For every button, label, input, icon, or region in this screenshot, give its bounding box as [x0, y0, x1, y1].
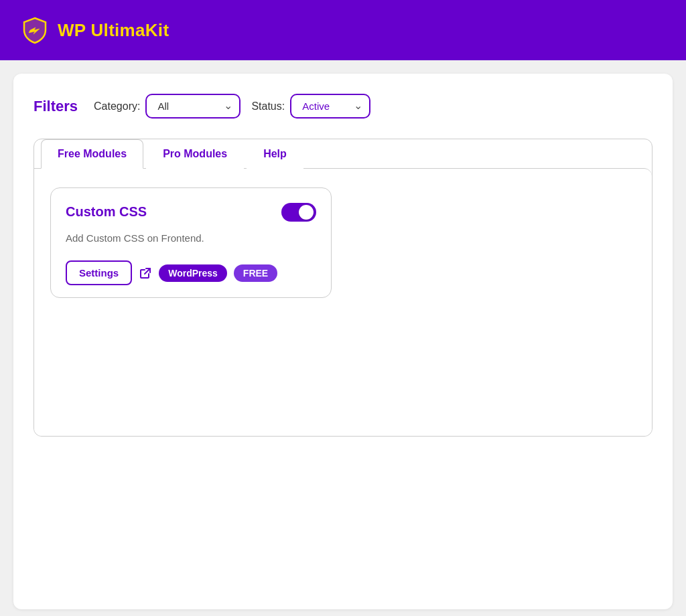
module-footer: Settings WordPress FREE — [66, 260, 316, 285]
tabs-header: Free Modules Pro Modules Help — [34, 139, 652, 169]
app-logo-icon — [20, 15, 50, 45]
app-header: WP UltimaKit — [0, 0, 686, 60]
category-filter-group: Category: All SEO Performance Security C… — [94, 94, 241, 119]
badge-wordpress: WordPress — [159, 264, 227, 282]
tabs-container: Free Modules Pro Modules Help Custom CSS — [33, 139, 653, 437]
settings-button[interactable]: Settings — [66, 260, 132, 285]
module-title: Custom CSS — [66, 204, 147, 220]
tab-help[interactable]: Help — [247, 139, 303, 169]
badge-free: FREE — [234, 264, 277, 282]
category-label: Category: — [94, 100, 140, 112]
module-card-header: Custom CSS — [66, 203, 316, 222]
module-toggle[interactable] — [281, 203, 316, 222]
category-select[interactable]: All SEO Performance Security Custom — [145, 94, 241, 119]
module-description: Add Custom CSS on Frontend. — [66, 231, 316, 246]
external-link-icon[interactable] — [139, 266, 152, 280]
status-label: Status: — [251, 100, 285, 112]
filters-row: Filters Category: All SEO Performance Se… — [33, 94, 653, 119]
category-select-wrapper[interactable]: All SEO Performance Security Custom — [145, 94, 241, 119]
status-filter-group: Status: Active Inactive All — [251, 94, 370, 119]
toggle-thumb — [299, 205, 314, 220]
tabs-body: Custom CSS Add Custom CSS on Frontend. S… — [34, 168, 652, 436]
tab-free-modules[interactable]: Free Modules — [41, 139, 143, 169]
module-card-custom-css: Custom CSS Add Custom CSS on Frontend. S… — [50, 187, 332, 299]
status-select-wrapper[interactable]: Active Inactive All — [290, 94, 370, 119]
app-title: WP UltimaKit — [58, 20, 169, 41]
main-content: Filters Category: All SEO Performance Se… — [13, 74, 673, 609]
filters-label: Filters — [33, 98, 78, 115]
status-select[interactable]: Active Inactive All — [290, 94, 370, 119]
tab-pro-modules[interactable]: Pro Modules — [146, 139, 244, 169]
